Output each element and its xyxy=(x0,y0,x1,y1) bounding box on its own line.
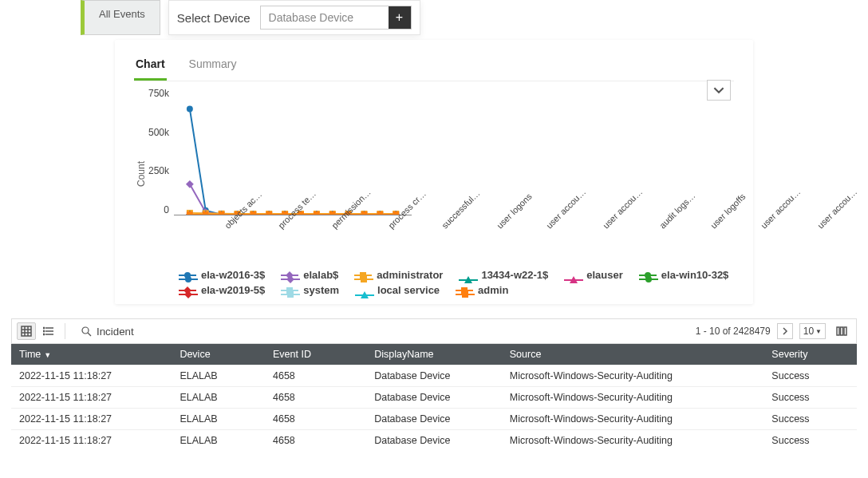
legend-item[interactable]: ela-w2016-3$ xyxy=(179,269,265,281)
select-device-box: Select Device + xyxy=(168,0,420,35)
svg-point-141 xyxy=(185,276,191,282)
tab-chart[interactable]: Chart xyxy=(134,54,167,81)
page-size-select[interactable]: 10 ▼ xyxy=(799,323,826,339)
svg-rect-145 xyxy=(361,276,367,282)
legend-label: elalab$ xyxy=(303,269,338,281)
add-device-button[interactable]: + xyxy=(389,6,411,29)
legend-item[interactable]: ela-win10-32$ xyxy=(639,269,729,281)
view-list-button[interactable] xyxy=(39,322,58,340)
column-settings-button[interactable] xyxy=(832,322,851,340)
cell-source: Microsoft-Windows-Security-Auditing xyxy=(502,387,764,409)
legend-item[interactable]: admin xyxy=(456,284,508,296)
table-row[interactable]: 2022-11-15 11:18:27ELALAB4658Database De… xyxy=(11,387,857,409)
chart-card: Chart Summary Count 750k500k250k0 object… xyxy=(115,40,753,304)
svg-rect-14 xyxy=(186,180,194,188)
legend-label: ela-w2019-5$ xyxy=(201,284,265,296)
table-col-device[interactable]: Device xyxy=(172,344,265,365)
table-col-displayname[interactable]: DisplayName xyxy=(366,344,502,365)
toolbar-separator xyxy=(65,323,65,339)
legend-item[interactable]: elalab$ xyxy=(281,269,338,281)
device-input-wrap: + xyxy=(260,6,412,30)
svg-rect-175 xyxy=(844,327,846,335)
svg-rect-173 xyxy=(837,327,839,335)
y-tick: 0 xyxy=(148,204,169,215)
cell-time: 2022-11-15 11:18:27 xyxy=(11,430,172,452)
table-col-event-id[interactable]: Event ID xyxy=(265,344,366,365)
sort-desc-icon: ▼ xyxy=(44,351,51,359)
cell-time: 2022-11-15 11:18:27 xyxy=(11,387,172,409)
legend-label: ela-win10-32$ xyxy=(661,269,729,281)
cell-severity: Success xyxy=(763,430,857,452)
cell-display: Database Device xyxy=(366,430,502,452)
x-tick: audit logs… xyxy=(652,185,697,231)
x-ticks: objects ac…process te…permission…process… xyxy=(212,218,868,235)
tab-all-events[interactable]: All Events xyxy=(81,0,160,35)
y-axis-label: Count xyxy=(134,161,148,187)
y-tick: 750k xyxy=(148,88,169,99)
incident-label: Incident xyxy=(97,326,134,338)
chevron-down-icon xyxy=(713,85,724,96)
legend-marker xyxy=(179,275,196,276)
svg-rect-159 xyxy=(462,291,468,298)
cell-device: ELALAB xyxy=(172,430,265,452)
svg-line-172 xyxy=(88,333,91,336)
cell-device: ELALAB xyxy=(172,365,265,387)
cell-event_id: 4658 xyxy=(265,365,366,387)
x-tick: user logoffs xyxy=(703,186,748,231)
legend-marker xyxy=(456,290,473,291)
cell-severity: Success xyxy=(763,387,857,409)
legend-marker xyxy=(639,275,657,276)
legend-item[interactable]: administrator xyxy=(354,269,443,281)
page-size-value: 10 xyxy=(803,326,814,337)
legend-label: elauser xyxy=(586,269,623,281)
svg-point-0 xyxy=(187,106,193,113)
legend-item[interactable]: ela-w2019-5$ xyxy=(179,284,265,296)
grid-icon xyxy=(21,326,32,337)
x-tick: user logons xyxy=(489,186,534,231)
incident-icon xyxy=(81,326,92,337)
table-row[interactable]: 2022-11-15 11:18:27ELALAB4658Database De… xyxy=(11,409,857,430)
table-col-time[interactable]: Time▼ xyxy=(11,344,172,365)
legend-label: administrator xyxy=(377,269,443,281)
cell-source: Microsoft-Windows-Security-Auditing xyxy=(502,409,764,430)
cell-device: ELALAB xyxy=(172,409,265,430)
svg-point-169 xyxy=(43,330,44,331)
legend-item[interactable]: system xyxy=(281,284,339,296)
cell-display: Database Device xyxy=(366,409,502,430)
incident-button[interactable]: Incident xyxy=(72,322,143,340)
svg-rect-143 xyxy=(286,275,294,283)
legend-marker xyxy=(179,290,196,291)
y-tick: 500k xyxy=(148,127,169,138)
columns-icon xyxy=(836,326,847,337)
legend-item[interactable]: local service xyxy=(355,284,440,296)
svg-point-171 xyxy=(82,327,89,334)
svg-rect-153 xyxy=(184,290,192,298)
legend-item[interactable]: elauser xyxy=(564,269,623,281)
table-body: 2022-11-15 11:18:27ELALAB4658Database De… xyxy=(11,365,857,452)
cell-display: Database Device xyxy=(366,365,502,387)
tab-summary[interactable]: Summary xyxy=(187,54,239,81)
svg-point-151 xyxy=(645,276,652,282)
cell-display: Database Device xyxy=(366,387,502,409)
expand-chart-button[interactable] xyxy=(707,80,731,101)
svg-rect-130 xyxy=(250,211,256,215)
table-col-severity[interactable]: Severity xyxy=(763,344,857,365)
cell-severity: Success xyxy=(763,365,857,387)
legend-label: admin xyxy=(478,284,508,296)
x-tick: user accou… xyxy=(595,181,644,230)
device-input[interactable] xyxy=(261,6,389,29)
view-grid-button[interactable] xyxy=(17,322,36,340)
next-page-button[interactable] xyxy=(777,323,793,339)
table-row[interactable]: 2022-11-15 11:18:27ELALAB4658Database De… xyxy=(11,365,857,387)
cell-device: ELALAB xyxy=(172,387,265,409)
legend-item[interactable]: 13434-w22-1$ xyxy=(459,269,548,281)
table-row[interactable]: 2022-11-15 11:18:27ELALAB4658Database De… xyxy=(11,430,857,452)
svg-point-170 xyxy=(43,334,44,334)
select-device-label: Select Device xyxy=(177,11,251,25)
plus-icon: + xyxy=(396,10,403,25)
svg-rect-160 xyxy=(22,326,31,336)
cell-event_id: 4658 xyxy=(265,387,366,409)
table-toolbar: Incident 1 - 10 of 2428479 10 ▼ xyxy=(11,318,857,344)
table-col-source[interactable]: Source xyxy=(502,344,764,365)
legend-label: ela-w2016-3$ xyxy=(201,269,265,281)
